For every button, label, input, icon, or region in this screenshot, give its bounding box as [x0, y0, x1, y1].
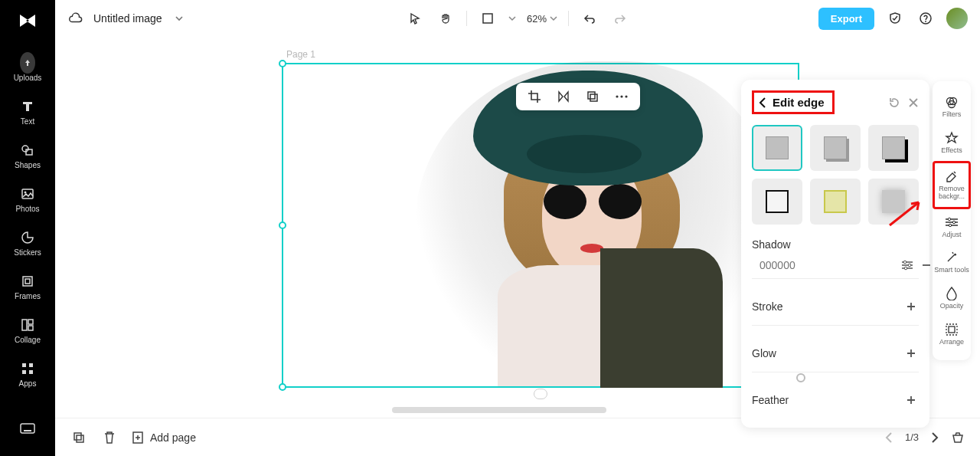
zoom-value: 62% — [527, 13, 547, 25]
rail-smart-tools[interactable]: Smart tools — [933, 244, 971, 280]
resize-caret-icon[interactable] — [508, 15, 516, 22]
sidebar-item-apps[interactable]: Apps — [6, 353, 49, 397]
undo-button[interactable] — [580, 8, 599, 28]
export-button[interactable]: Export — [818, 8, 874, 30]
document-title[interactable]: Untitled image — [93, 12, 162, 25]
prev-page-button[interactable] — [885, 432, 893, 443]
add-page-button[interactable]: Add page — [132, 431, 196, 445]
back-icon[interactable] — [759, 97, 766, 108]
eraser-icon — [945, 169, 959, 183]
resize-handle-tl[interactable] — [279, 60, 286, 67]
add-feather-button[interactable] — [903, 392, 919, 408]
collage-icon — [20, 317, 35, 333]
chevron-down-icon[interactable] — [175, 14, 184, 23]
upload-icon — [20, 55, 35, 71]
svg-point-22 — [625, 95, 627, 97]
select-tool[interactable] — [405, 8, 425, 28]
sidebar-item-label: Apps — [19, 379, 37, 388]
svg-rect-8 — [28, 326, 33, 330]
sidebar-item-stickers[interactable]: Stickers — [6, 222, 49, 266]
next-page-button[interactable] — [931, 432, 939, 443]
sliders-icon[interactable] — [901, 258, 913, 273]
layers-button[interactable] — [585, 89, 600, 104]
sidebar-item-frames[interactable]: Frames — [6, 266, 49, 310]
resize-handle-ml[interactable] — [279, 221, 286, 229]
apps-icon — [20, 361, 35, 376]
sidebar-item-label: Frames — [15, 292, 41, 300]
svg-point-23 — [903, 261, 906, 264]
rail-filters[interactable]: Filters — [933, 89, 971, 125]
add-glow-button[interactable] — [903, 346, 919, 361]
sidebar-keyboard[interactable] — [6, 413, 49, 445]
hand-tool[interactable] — [436, 8, 456, 28]
cloud-sync-icon[interactable] — [67, 11, 83, 26]
canvas-selection-frame[interactable] — [282, 63, 799, 388]
canvas-image[interactable] — [427, 64, 756, 386]
stroke-label: Stroke — [752, 300, 782, 313]
delete-page-button[interactable] — [101, 429, 118, 446]
close-icon[interactable] — [908, 97, 919, 108]
shadow-hex-input[interactable] — [760, 259, 893, 271]
duplicate-page-button[interactable] — [70, 429, 87, 446]
rail-opacity[interactable]: Opacity — [933, 280, 971, 317]
panel-title-highlight: Edit edge — [752, 90, 835, 114]
svg-rect-6 — [22, 320, 27, 330]
rail-effects[interactable]: Effects — [933, 125, 971, 161]
photos-icon — [20, 186, 35, 202]
remove-icon[interactable] — [921, 258, 932, 273]
add-stroke-button[interactable] — [903, 299, 919, 314]
resize-handle-bl[interactable] — [279, 383, 286, 391]
basket-icon[interactable] — [951, 431, 965, 445]
svg-rect-18 — [588, 92, 595, 99]
rail-label: Effects — [941, 147, 962, 155]
crop-button[interactable] — [527, 89, 542, 104]
edge-preset-shadow-hard[interactable] — [868, 125, 919, 171]
left-sidebar: Uploads Text Shapes Photos Stickers — [0, 0, 55, 456]
svg-rect-11 — [22, 370, 26, 374]
sidebar-item-uploads[interactable]: Uploads — [6, 48, 49, 91]
zoom-control[interactable]: 62% — [527, 13, 557, 25]
more-button[interactable] — [614, 89, 629, 104]
feather-label: Feather — [752, 394, 789, 406]
edge-preset-stroke-yellow[interactable] — [810, 179, 861, 225]
opacity-icon — [945, 287, 959, 300]
rail-remove-background[interactable]: Remove backgr... — [933, 161, 971, 209]
edge-preset-shadow-soft[interactable] — [810, 125, 861, 171]
svg-rect-9 — [22, 363, 26, 367]
edge-preset-none[interactable] — [752, 125, 802, 171]
panel-title: Edit edge — [773, 96, 825, 109]
edge-preset-stroke-black[interactable] — [752, 179, 802, 225]
svg-point-21 — [620, 95, 622, 97]
help-icon[interactable] — [916, 8, 936, 28]
reset-icon[interactable] — [888, 97, 900, 109]
adjust-icon — [945, 215, 959, 229]
user-avatar[interactable] — [946, 8, 968, 29]
svg-rect-13 — [21, 424, 34, 433]
svg-point-29 — [948, 218, 950, 220]
sidebar-item-label: Collage — [15, 336, 41, 344]
sidebar-item-photos[interactable]: Photos — [6, 179, 49, 222]
svg-rect-32 — [946, 324, 957, 335]
flip-button[interactable] — [556, 89, 571, 104]
rail-arrange[interactable]: Arrange — [933, 317, 971, 353]
svg-point-17 — [925, 21, 926, 22]
resize-tool[interactable] — [478, 8, 498, 28]
selection-toolbar — [516, 83, 640, 110]
rail-label: Arrange — [939, 339, 964, 346]
workspace[interactable]: Page 1 — [55, 37, 980, 418]
sidebar-item-shapes[interactable]: Shapes — [6, 135, 49, 179]
app-logo[interactable] — [15, 8, 41, 34]
svg-rect-4 — [23, 277, 32, 286]
horizontal-scrollbar[interactable] — [392, 407, 606, 413]
redo-button[interactable] — [610, 8, 630, 28]
svg-rect-12 — [29, 370, 33, 374]
sidebar-item-collage[interactable]: Collage — [6, 310, 49, 353]
rotate-handle[interactable] — [534, 389, 547, 399]
shield-icon[interactable] — [885, 8, 905, 28]
svg-point-24 — [908, 264, 911, 267]
svg-rect-10 — [29, 363, 33, 367]
sidebar-item-text[interactable]: Text — [6, 91, 49, 135]
stickers-icon — [20, 230, 35, 245]
rail-adjust[interactable]: Adjust — [933, 209, 971, 245]
edge-preset-glow[interactable] — [868, 179, 919, 225]
